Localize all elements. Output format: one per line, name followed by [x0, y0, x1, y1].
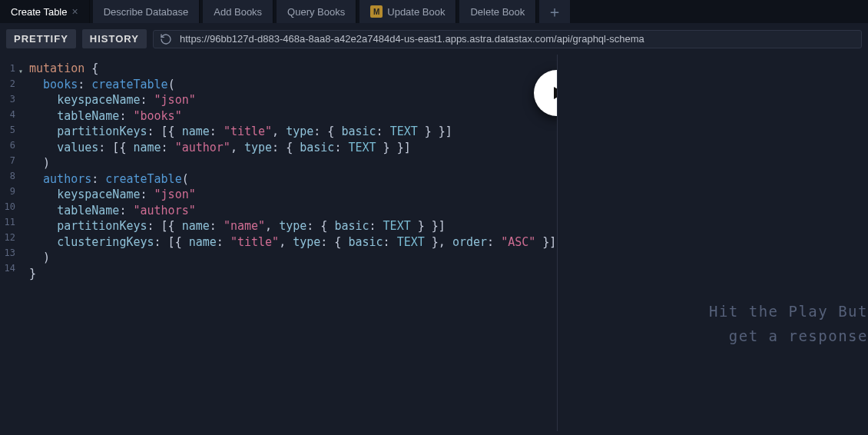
toolbar: PRETTIFY HISTORY [0, 23, 868, 55]
tab-label: Create Table [11, 6, 67, 18]
plus-icon: ＋ [547, 2, 562, 22]
endpoint-bar [153, 30, 862, 48]
response-pane: Hit the Play But get a response [557, 55, 868, 431]
prettify-button[interactable]: PRETTIFY [6, 29, 76, 48]
main-split: 1▾ 2 3 4 5 6 7 8 9 10 11 12 13 14 mutati… [0, 55, 868, 431]
add-tab-button[interactable]: ＋ [539, 0, 570, 23]
play-icon [549, 84, 557, 102]
tab-label: Update Book [387, 6, 445, 18]
line-gutter: 1▾ 2 3 4 5 6 7 8 9 10 11 12 13 14 [0, 55, 22, 276]
tab-label: Add Books [214, 6, 262, 18]
tab-add-books[interactable]: Add Books [203, 0, 273, 23]
close-icon[interactable]: × [71, 6, 78, 17]
query-editor[interactable]: 1▾ 2 3 4 5 6 7 8 9 10 11 12 13 14 mutati… [0, 55, 557, 431]
endpoint-input[interactable] [180, 33, 855, 45]
tab-bar: Create Table × Describe Database Add Boo… [0, 0, 868, 23]
modified-badge: M [370, 5, 383, 18]
code-content: mutation { books: createTable( keyspaceN… [29, 61, 556, 281]
tab-label: Query Books [287, 6, 345, 18]
tab-label: Delete Book [470, 6, 525, 18]
tab-describe-database[interactable]: Describe Database [93, 0, 200, 23]
response-placeholder: Hit the Play But get a response [709, 299, 868, 349]
reload-icon[interactable] [160, 33, 172, 45]
tab-delete-book[interactable]: Delete Book [459, 0, 536, 23]
tab-query-books[interactable]: Query Books [277, 0, 356, 23]
history-button[interactable]: HISTORY [82, 29, 147, 48]
tab-create-table[interactable]: Create Table × [0, 0, 90, 23]
tab-update-book[interactable]: M Update Book [359, 0, 456, 23]
tab-label: Describe Database [104, 6, 189, 18]
